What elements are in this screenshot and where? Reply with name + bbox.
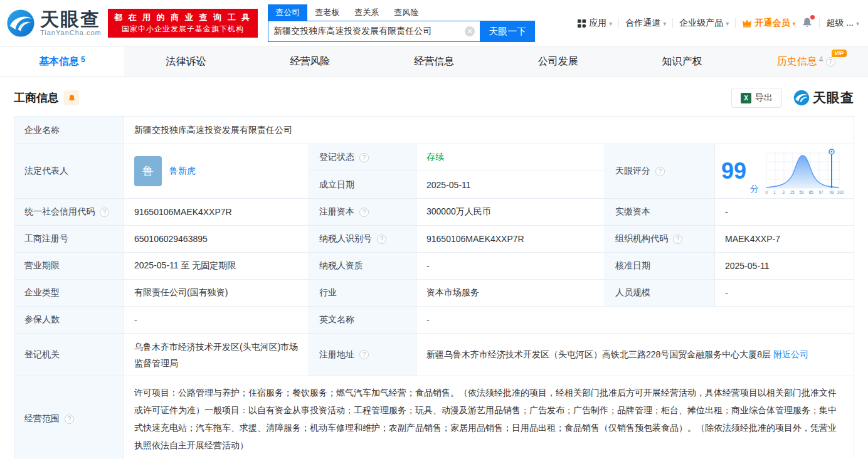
logo-text: 天眼查 <box>40 10 102 29</box>
reg-status-label: 登记状态 <box>319 152 354 163</box>
menu-open-vip[interactable]: 开通会员 ▾ <box>742 18 795 29</box>
menu-super-label: 超级 ... <box>826 18 854 29</box>
menu-apps[interactable]: 应用 ▾ <box>577 18 612 29</box>
menu-apps-label: 应用 <box>589 18 606 29</box>
approval-date-label: 核准日期 <box>605 253 715 279</box>
banner-line1: 都 在 用 的 商 业 查 询 工 具 <box>114 12 252 23</box>
table-row-legal-rep: 法定代表人 鲁 鲁新虎 登记状态 ? 存续 成立日期 2025-05-11 天眼… <box>14 144 854 199</box>
divider <box>735 18 736 28</box>
axis-tick: 99 <box>829 190 834 194</box>
top-menu: 应用 ▾ 合作通道 ▾ 企业级产品 ▾ 开通会员 ▾ <box>577 17 859 30</box>
menu-super[interactable]: 超级 ... ▾ <box>826 18 859 29</box>
search-tabs: 查公司 查老板 查关系 查风险 <box>268 4 535 21</box>
search-tab-risk[interactable]: 查风险 <box>386 4 426 21</box>
credit-code-label: 统一社会信用代码 <box>24 206 95 218</box>
reg-status-text: 存续 <box>426 152 444 163</box>
monitor-bell-button[interactable] <box>64 90 79 105</box>
tab-company-development[interactable]: 公司发展 <box>496 47 620 76</box>
tab-history-info[interactable]: VIP 历史信息 4 ? <box>744 47 868 76</box>
legal-rep-link[interactable]: 鲁新虎 <box>169 166 196 177</box>
table-row-registry: 登记机关 乌鲁木齐市经济技术开发区(头屯河区)市场监督管理局 注册地址? 新疆乌… <box>14 334 854 376</box>
tab-operation-info-label: 经营信息 <box>414 55 454 68</box>
insured-count-label: 参保人数 <box>14 307 124 333</box>
tab-company-development-label: 公司发展 <box>538 55 578 68</box>
menu-enterprise[interactable]: 企业级产品 ▾ <box>679 18 729 29</box>
table-row-business-scope: 经营范围? 许可项目：公路管理与养护；住宿服务；餐饮服务；燃气汽车加气经营；食品… <box>14 376 854 459</box>
search-tab-relation[interactable]: 查关系 <box>347 4 386 21</box>
tab-history-info-count: 4 <box>819 55 823 64</box>
business-scope-label: 经营范围 <box>24 413 60 425</box>
help-icon[interactable]: ? <box>826 57 835 66</box>
english-name-value: - <box>416 307 854 333</box>
taxpayer-id-label: 纳税人识别号 <box>319 233 372 245</box>
help-icon[interactable]: ? <box>359 208 369 217</box>
axis-tick: 0 <box>765 190 768 194</box>
reg-number-value: 650106029463895 <box>124 226 309 252</box>
axis-tick: 3 <box>782 190 785 194</box>
help-icon[interactable]: ? <box>359 153 369 162</box>
tab-operation-info[interactable]: 经营信息 <box>372 47 496 76</box>
menu-partner[interactable]: 合作通道 ▾ <box>625 18 666 29</box>
tab-history-info-label: 历史信息 <box>777 55 817 68</box>
axis-tick: 1 <box>773 190 776 194</box>
export-button[interactable]: X 导出 <box>731 88 782 108</box>
reg-address-value: 新疆乌鲁木齐市经济技术开发区（头屯河区）高铁北三路228号国贸金融服务中心大厦8… <box>426 349 771 361</box>
registry-authority-label: 登记机关 <box>14 334 124 376</box>
tab-legal-litigation[interactable]: 法律诉讼 <box>124 47 248 76</box>
tab-legal-litigation-label: 法律诉讼 <box>166 55 206 68</box>
help-icon[interactable]: ? <box>377 235 386 244</box>
search-button[interactable]: 天眼一下 <box>480 21 535 42</box>
taxpayer-id-value: 91650106MAEK4XXP7R <box>416 226 605 252</box>
tab-intellectual-property[interactable]: 知识产权 <box>620 47 744 76</box>
legal-rep-label: 法定代表人 <box>14 144 124 198</box>
search-input[interactable] <box>273 26 465 36</box>
staff-size-value: - <box>715 280 854 306</box>
watermark-logo: 天眼查 <box>793 89 854 107</box>
reg-capital-label: 注册资本 <box>319 206 354 218</box>
insured-count-value: - <box>124 307 309 333</box>
nearby-companies-link[interactable]: 附近公司 <box>773 349 808 361</box>
tianyancha-logo[interactable]: 天眼查 TianYanCha.com <box>6 9 102 38</box>
business-scope-value: 许可项目：公路管理与养护；住宿服务；餐饮服务；燃气汽车加气经营；食品销售。（依法… <box>124 376 854 459</box>
tab-operation-risk[interactable]: 经营风险 <box>248 47 372 76</box>
legal-rep-avatar[interactable]: 鲁 <box>134 156 162 186</box>
menu-enterprise-label: 企业级产品 <box>679 18 723 29</box>
tab-basic-info[interactable]: 基本信息 5 <box>0 47 124 76</box>
search-area: 查公司 查老板 查关系 查风险 ✕ 天眼一下 <box>268 4 535 42</box>
help-icon[interactable]: ? <box>673 235 682 244</box>
help-icon[interactable]: ? <box>359 350 369 359</box>
crown-icon <box>742 19 752 28</box>
table-row-company-type: 企业类型 有限责任公司(国有独资) 行业 资本市场服务 人员规模 - <box>14 280 854 307</box>
clear-search-icon[interactable]: ✕ <box>465 26 475 36</box>
notifications-bell[interactable] <box>802 17 813 30</box>
chevron-down-icon: ▾ <box>856 20 859 27</box>
tianyancha-watermark-icon <box>793 90 810 106</box>
search-tab-company[interactable]: 查公司 <box>268 4 307 21</box>
registry-authority-value: 乌鲁木齐市经济技术开发区(头屯河区)市场监督管理局 <box>124 334 309 376</box>
help-icon[interactable]: ? <box>100 208 109 217</box>
menu-vip-label: 开通会员 <box>754 18 790 29</box>
establish-date-label: 成立日期 <box>309 171 416 198</box>
reg-address-cell: 新疆乌鲁木齐市经济技术开发区（头屯河区）高铁北三路228号国贸金融服务中心大厦8… <box>416 334 854 376</box>
tab-operation-risk-label: 经营风险 <box>290 55 330 68</box>
business-term-label: 营业期限 <box>14 253 124 279</box>
score-label: 天眼评分 <box>615 166 650 177</box>
bell-icon <box>68 94 76 102</box>
axis-tick: 85 <box>808 190 813 194</box>
reg-address-label: 注册地址 <box>319 349 354 361</box>
help-icon[interactable]: ? <box>655 167 665 176</box>
credit-code-value: 91650106MAEK4XXP7R <box>124 199 309 225</box>
axis-tick: 15 <box>790 190 795 194</box>
search-tab-boss[interactable]: 查老板 <box>307 4 347 21</box>
chevron-down-icon: ▾ <box>792 20 795 27</box>
taxpayer-quality-label: 纳税人资质 <box>309 253 416 279</box>
notification-dot <box>810 15 815 19</box>
paid-capital-value: - <box>715 199 854 225</box>
help-icon[interactable]: ? <box>65 414 74 424</box>
logo-domain: TianYanCha.com <box>40 29 102 36</box>
company-type-label: 企业类型 <box>14 280 124 306</box>
industry-value: 资本市场服务 <box>416 280 605 306</box>
menu-partner-label: 合作通道 <box>625 18 660 29</box>
score-unit: 分 <box>750 184 759 195</box>
excel-icon: X <box>741 93 751 103</box>
